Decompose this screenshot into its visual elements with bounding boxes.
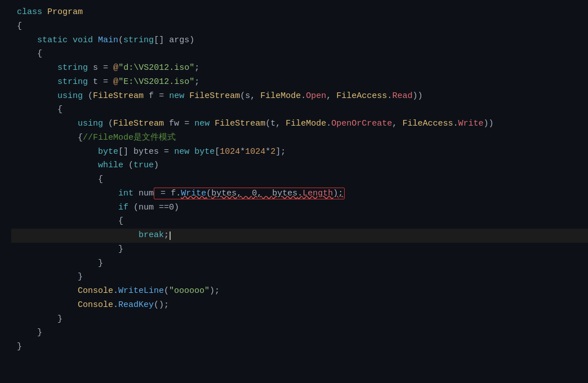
code-line-25: }	[11, 340, 588, 354]
code-line-2: {	[11, 20, 588, 34]
code-line-1: class Program	[11, 6, 588, 20]
code-line-6: string t = @"E:\VS2012.iso";	[11, 75, 588, 90]
code-line-9: using (FileStream fw = new FileStream(t,…	[11, 117, 588, 131]
code-line-8: {	[11, 103, 588, 117]
code-line-15: if (num ==0)	[11, 201, 588, 215]
code-line-14: int num = f.Write(bytes, 0, bytes.Length…	[11, 187, 588, 201]
code-line-4: {	[11, 47, 588, 61]
code-line-7: using (FileStream f = new FileStream(s, …	[11, 90, 588, 104]
code-line-16: {	[11, 215, 588, 229]
code-editor: class Program { static void Main(string[…	[0, 0, 588, 383]
code-line-10: {//FileMode是文件模式	[11, 131, 588, 145]
code-line-5: string s = @"d:\VS2012.iso";	[11, 61, 588, 75]
code-line-22: Console.ReadKey();	[11, 299, 588, 313]
code-line-3: static void Main(string[] args)	[11, 34, 588, 48]
code-line-12: while (true)	[11, 159, 588, 173]
code-line-21: Console.WriteLine("oooooo");	[11, 284, 588, 299]
code-line-19: }	[11, 257, 588, 271]
code-line-24: }	[11, 326, 588, 340]
code-line-20: }	[11, 270, 588, 284]
code-line-11: byte[] bytes = new byte[1024*1024*2];	[11, 145, 588, 159]
code-line-17: break;	[11, 229, 588, 243]
code-line-23: }	[11, 313, 588, 327]
code-line-13: {	[11, 173, 588, 187]
code-line-18: }	[11, 243, 588, 257]
